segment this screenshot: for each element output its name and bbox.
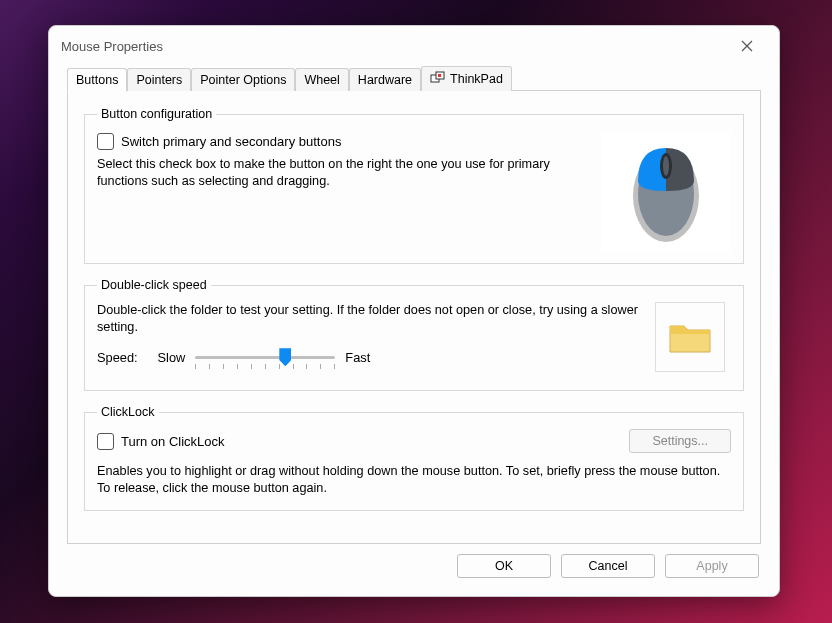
checkbox-box-icon: [97, 433, 114, 450]
group-button-configuration-legend: Button configuration: [97, 107, 216, 121]
window-title: Mouse Properties: [61, 39, 727, 54]
switch-buttons-checkbox[interactable]: Switch primary and secondary buttons: [97, 133, 587, 150]
double-click-test-folder[interactable]: [655, 302, 725, 372]
close-icon: [741, 40, 753, 52]
tab-thinkpad[interactable]: ThinkPad: [421, 66, 512, 91]
tab-pointers-label: Pointers: [136, 73, 182, 87]
clicklock-settings-label: Settings...: [652, 434, 708, 448]
clicklock-checkbox[interactable]: Turn on ClickLock: [97, 433, 225, 450]
tab-pointer-options[interactable]: Pointer Options: [191, 68, 295, 91]
tab-thinkpad-label: ThinkPad: [450, 72, 503, 86]
group-double-click-speed: Double-click speed Double-click the fold…: [84, 278, 744, 391]
double-click-description: Double-click the folder to test your set…: [97, 302, 643, 336]
mouse-properties-dialog: Mouse Properties Buttons Pointers Pointe…: [48, 25, 780, 597]
speed-label: Speed:: [97, 350, 138, 365]
slider-track: [195, 356, 335, 359]
svg-rect-2: [438, 74, 441, 77]
tab-wheel-label: Wheel: [304, 73, 339, 87]
fast-label: Fast: [345, 350, 370, 365]
group-clicklock-legend: ClickLock: [97, 405, 159, 419]
tab-buttons-label: Buttons: [76, 73, 118, 87]
group-button-configuration: Button configuration Switch primary and …: [84, 107, 744, 264]
switch-buttons-label: Switch primary and secondary buttons: [121, 134, 341, 149]
ok-button[interactable]: OK: [457, 554, 551, 578]
thinkpad-icon: [430, 71, 446, 87]
close-button[interactable]: [727, 31, 767, 61]
tab-buttons[interactable]: Buttons: [67, 68, 127, 92]
tab-wheel[interactable]: Wheel: [295, 68, 348, 91]
mouse-icon: [626, 136, 706, 246]
clicklock-description: Enables you to highlight or drag without…: [97, 463, 731, 497]
tab-pointers[interactable]: Pointers: [127, 68, 191, 91]
slider-ticks: [195, 364, 335, 369]
double-click-speed-slider[interactable]: [195, 350, 335, 378]
slow-label: Slow: [158, 350, 186, 365]
checkbox-box-icon: [97, 133, 114, 150]
clicklock-settings-button: Settings...: [629, 429, 731, 453]
dialog-button-bar: OK Cancel Apply: [49, 554, 779, 596]
group-double-click-legend: Double-click speed: [97, 278, 211, 292]
mouse-illustration: [601, 131, 731, 251]
apply-button: Apply: [665, 554, 759, 578]
button-config-description: Select this check box to make the button…: [97, 156, 587, 190]
apply-button-label: Apply: [696, 559, 727, 573]
tab-panel-buttons: Button configuration Switch primary and …: [67, 90, 761, 544]
cancel-button-label: Cancel: [589, 559, 628, 573]
folder-icon: [666, 316, 714, 358]
tab-pointer-options-label: Pointer Options: [200, 73, 286, 87]
titlebar: Mouse Properties: [49, 26, 779, 66]
tab-hardware[interactable]: Hardware: [349, 68, 421, 91]
cancel-button[interactable]: Cancel: [561, 554, 655, 578]
tab-hardware-label: Hardware: [358, 73, 412, 87]
svg-point-6: [663, 156, 669, 176]
tab-strip: Buttons Pointers Pointer Options Wheel H…: [67, 66, 761, 91]
clicklock-checkbox-label: Turn on ClickLock: [121, 434, 225, 449]
group-clicklock: ClickLock Turn on ClickLock Settings... …: [84, 405, 744, 510]
ok-button-label: OK: [495, 559, 513, 573]
